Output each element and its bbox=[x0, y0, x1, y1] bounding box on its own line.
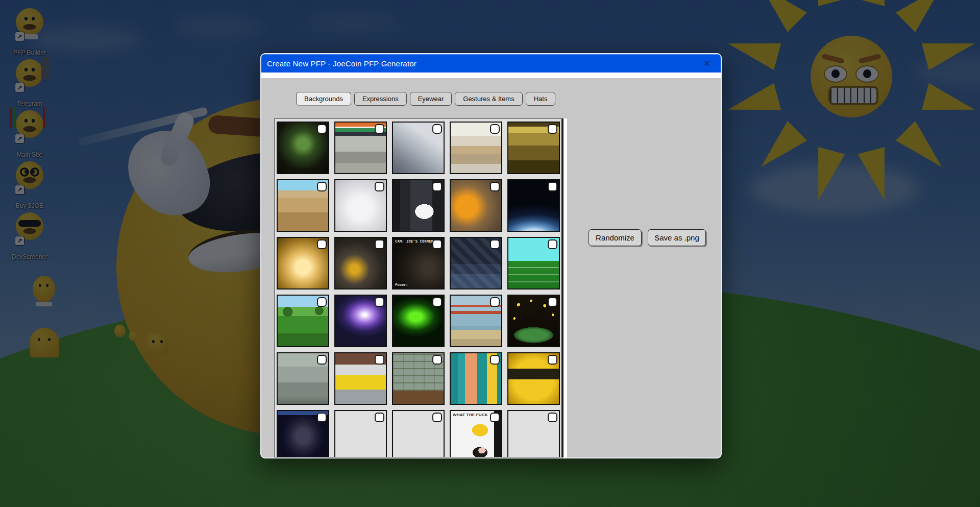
grid-scrollbar[interactable] bbox=[562, 118, 567, 457]
background-thumbnail-parking-lot-sports-cars[interactable] bbox=[334, 352, 387, 405]
background-thumbnail-green-glitch-matrix[interactable] bbox=[392, 295, 445, 347]
tile-checkbox[interactable] bbox=[375, 297, 384, 307]
tile-checkbox[interactable] bbox=[432, 297, 442, 307]
background-thumbnail-white-room-yellow-figures[interactable] bbox=[334, 179, 387, 232]
background-thumbnail-suited-figure-album[interactable] bbox=[277, 410, 329, 457]
background-thumbnail-psychedelic-green-character[interactable] bbox=[277, 122, 329, 174]
tile-checkbox[interactable] bbox=[548, 182, 557, 191]
close-button[interactable]: × bbox=[700, 57, 714, 70]
tab-expressions[interactable]: Expressions bbox=[354, 92, 407, 106]
tile-checkbox[interactable] bbox=[375, 355, 384, 365]
tile-checkbox[interactable] bbox=[490, 239, 500, 249]
tile-checkbox[interactable] bbox=[548, 239, 557, 249]
background-thumbnail-yellow-digital-rain[interactable] bbox=[507, 410, 560, 457]
tile-checkbox[interactable] bbox=[490, 182, 500, 191]
tile-checkbox[interactable] bbox=[432, 355, 442, 365]
tab-bar: BackgroundsExpressionsEyewearGestures & … bbox=[296, 92, 555, 106]
background-thumbnail-retro-football-field[interactable] bbox=[507, 237, 560, 289]
background-thumbnail-airplane-underside[interactable] bbox=[392, 122, 445, 174]
tile-checkbox[interactable] bbox=[432, 182, 442, 191]
tab-backgrounds[interactable]: Backgrounds bbox=[296, 92, 351, 106]
tile-checkbox[interactable] bbox=[375, 239, 384, 249]
tile-checkbox[interactable] bbox=[490, 297, 500, 307]
backgrounds-grid-panel: CAM: JOE'S CORNERPower:WHAT THE FUCK bbox=[274, 118, 562, 457]
background-thumbnail-dark-office-fan-emoji[interactable] bbox=[334, 237, 387, 289]
thumbnail-grid: CAM: JOE'S CORNERPower:WHAT THE FUCK bbox=[275, 119, 561, 457]
tile-checkbox[interactable] bbox=[375, 413, 384, 422]
background-thumbnail-patrick-and-emoji[interactable] bbox=[450, 352, 502, 405]
background-thumbnail-starry-stage-characters[interactable] bbox=[507, 295, 560, 347]
background-thumbnail-golden-ballroom[interactable] bbox=[277, 237, 329, 289]
pfp-generator-window: Create New PFP - JoeCoin PFP Generator ×… bbox=[260, 53, 722, 458]
menubar-strip bbox=[261, 73, 721, 78]
tile-checkbox[interactable] bbox=[548, 413, 557, 422]
tile-checkbox[interactable] bbox=[490, 355, 500, 365]
background-thumbnail-backrooms-hallway[interactable] bbox=[507, 122, 560, 174]
background-thumbnail-yellow-car-interior[interactable] bbox=[392, 410, 445, 457]
background-thumbnail-dark-checkered-hallway[interactable] bbox=[450, 237, 502, 289]
tile-checkbox[interactable] bbox=[432, 413, 442, 422]
tile-checkbox[interactable] bbox=[317, 239, 327, 249]
tile-checkbox[interactable] bbox=[375, 182, 384, 191]
background-thumbnail-purple-galaxy[interactable] bbox=[334, 295, 387, 347]
background-thumbnail-earth-from-space[interactable] bbox=[507, 179, 560, 232]
tile-checkbox[interactable] bbox=[548, 124, 557, 134]
tile-checkbox[interactable] bbox=[548, 355, 557, 365]
tile-checkbox[interactable] bbox=[375, 124, 384, 134]
window-titlebar[interactable]: Create New PFP - JoeCoin PFP Generator × bbox=[261, 54, 721, 73]
tile-checkbox[interactable] bbox=[317, 124, 327, 134]
save-png-button[interactable]: Save as .png bbox=[648, 229, 706, 246]
tile-checkbox[interactable] bbox=[432, 239, 442, 249]
tile-checkbox[interactable] bbox=[432, 124, 442, 134]
tile-checkbox[interactable] bbox=[548, 297, 557, 307]
tile-checkbox[interactable] bbox=[317, 413, 327, 422]
background-thumbnail-grassy-field-trees[interactable] bbox=[277, 295, 329, 347]
background-thumbnail-apple-store-interior[interactable] bbox=[450, 122, 502, 174]
tab-gestures-items[interactable]: Gestures & Items bbox=[455, 92, 522, 106]
randomize-button[interactable]: Randomize bbox=[589, 229, 642, 246]
tile-checkbox[interactable] bbox=[490, 413, 500, 422]
thumbnail-caption: CAM: JOE'S CORNER bbox=[395, 239, 433, 244]
tile-checkbox[interactable] bbox=[317, 355, 327, 365]
background-thumbnail-golden-gate-bridge[interactable] bbox=[450, 295, 502, 347]
thumbnail-caption: WHAT THE FUCK bbox=[453, 413, 488, 417]
tile-checkbox[interactable] bbox=[317, 182, 327, 191]
background-thumbnail-security-cam-joes-corner[interactable]: CAM: JOE'S CORNERPower: bbox=[392, 237, 445, 289]
background-thumbnail-discord-app-screenshot[interactable] bbox=[392, 179, 445, 232]
tab-hats[interactable]: Hats bbox=[526, 92, 556, 106]
background-thumbnail-wtf-meme[interactable]: WHAT THE FUCK bbox=[450, 410, 502, 457]
background-thumbnail-dust2-desert-map[interactable] bbox=[277, 179, 329, 232]
tile-checkbox[interactable] bbox=[490, 124, 500, 134]
tile-checkbox[interactable] bbox=[317, 297, 327, 307]
background-thumbnail-gray-terrain-emojis[interactable] bbox=[277, 352, 329, 405]
background-thumbnail-seven-eleven-storefront[interactable] bbox=[334, 122, 387, 174]
background-thumbnail-orange-character-rocks[interactable] bbox=[450, 179, 502, 232]
background-thumbnail-castle-brick-platformer[interactable] bbox=[392, 352, 445, 405]
background-thumbnail-sunglasses-emoji-closeup[interactable] bbox=[507, 352, 560, 405]
tab-eyewear[interactable]: Eyewear bbox=[410, 92, 452, 106]
thumbnail-caption: Power: bbox=[395, 283, 408, 287]
background-thumbnail-sunset-boulder-push[interactable] bbox=[334, 410, 387, 457]
window-title: Create New PFP - JoeCoin PFP Generator bbox=[261, 59, 416, 68]
